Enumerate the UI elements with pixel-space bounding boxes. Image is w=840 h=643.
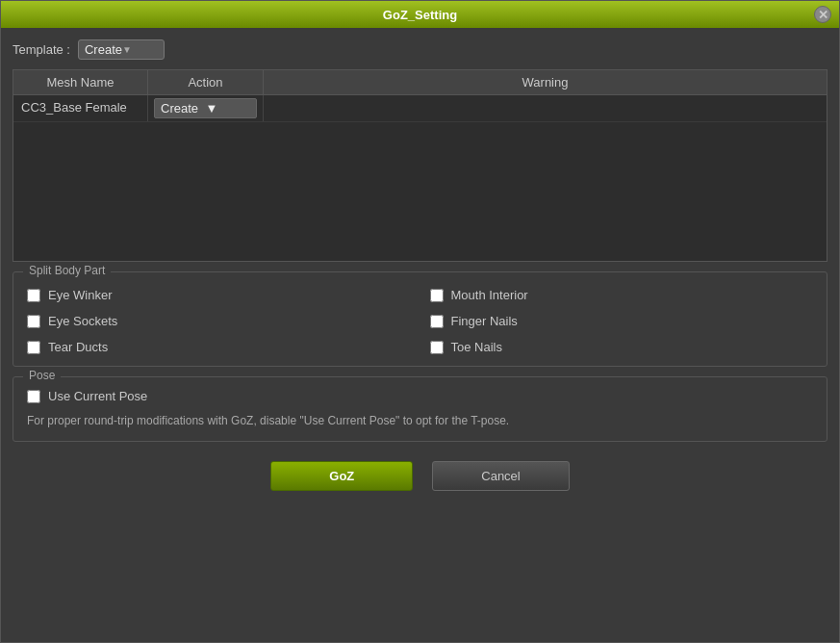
action-value: Create (161, 101, 206, 116)
template-row: Template : Create ▼ (13, 39, 827, 60)
footer-buttons: GoZ Cancel (13, 451, 827, 501)
tear-ducts-checkbox[interactable] (27, 341, 40, 354)
checkbox-tear-ducts[interactable]: Tear Ducts (27, 340, 411, 354)
template-arrow: ▼ (122, 44, 158, 55)
mouth-interior-label: Mouth Interior (451, 288, 528, 302)
cancel-button[interactable]: Cancel (432, 461, 569, 491)
finger-nails-label: Finger Nails (451, 314, 518, 328)
checkbox-toe-nails[interactable]: Toe Nails (430, 340, 814, 354)
split-body-part-section: Split Body Part Eye Winker Mouth Interio… (13, 271, 827, 367)
col-warning: Warning (264, 70, 827, 94)
checkboxes-grid: Eye Winker Mouth Interior Eye Sockets Fi… (27, 288, 813, 354)
split-body-part-label: Split Body Part (23, 264, 111, 277)
use-current-pose-checkbox[interactable] (27, 390, 40, 403)
template-value: Create (85, 42, 122, 57)
main-window: GoZ_Setting ✕ Template : Create ▼ Mesh N… (0, 0, 840, 643)
pose-section-label: Pose (23, 369, 61, 382)
toe-nails-checkbox[interactable] (430, 341, 444, 354)
col-action: Action (148, 70, 264, 94)
pose-section: Pose Use Current Pose For proper round-t… (13, 376, 827, 442)
checkbox-eye-winker[interactable]: Eye Winker (27, 288, 411, 302)
template-select[interactable]: Create ▼ (78, 39, 165, 60)
title-bar: GoZ_Setting ✕ (1, 1, 839, 28)
checkbox-finger-nails[interactable]: Finger Nails (430, 314, 814, 328)
action-select[interactable]: Create ▼ (154, 98, 257, 118)
template-label: Template : (13, 42, 70, 57)
checkbox-mouth-interior[interactable]: Mouth Interior (430, 288, 814, 302)
col-mesh-name: Mesh Name (13, 70, 148, 94)
use-current-pose-label: Use Current Pose (48, 389, 147, 403)
toe-nails-label: Toe Nails (451, 340, 502, 354)
mesh-table: Mesh Name Action Warning CC3_Base Female… (13, 69, 827, 262)
finger-nails-checkbox[interactable] (430, 315, 444, 328)
cell-action[interactable]: Create ▼ (148, 95, 264, 121)
table-header: Mesh Name Action Warning (13, 70, 827, 95)
eye-sockets-label: Eye Sockets (48, 314, 117, 328)
action-arrow: ▼ (206, 101, 251, 116)
eye-sockets-checkbox[interactable] (27, 315, 40, 328)
checkbox-eye-sockets[interactable]: Eye Sockets (27, 314, 411, 328)
cell-mesh-name: CC3_Base Female (13, 95, 148, 121)
tear-ducts-label: Tear Ducts (48, 340, 108, 354)
window-body: Template : Create ▼ Mesh Name Action War… (1, 28, 839, 642)
eye-winker-checkbox[interactable] (27, 289, 40, 302)
close-button[interactable]: ✕ (814, 6, 831, 23)
pose-note: For proper round-trip modifications with… (27, 413, 813, 429)
mouth-interior-checkbox[interactable] (430, 289, 444, 302)
checkbox-use-current-pose[interactable]: Use Current Pose (27, 389, 813, 403)
eye-winker-label: Eye Winker (48, 288, 112, 302)
window-title: GoZ_Setting (383, 8, 457, 22)
cell-warning (264, 95, 827, 121)
close-icon: ✕ (818, 8, 828, 22)
goz-button[interactable]: GoZ (270, 461, 413, 491)
table-row: CC3_Base Female Create ▼ (13, 95, 827, 122)
